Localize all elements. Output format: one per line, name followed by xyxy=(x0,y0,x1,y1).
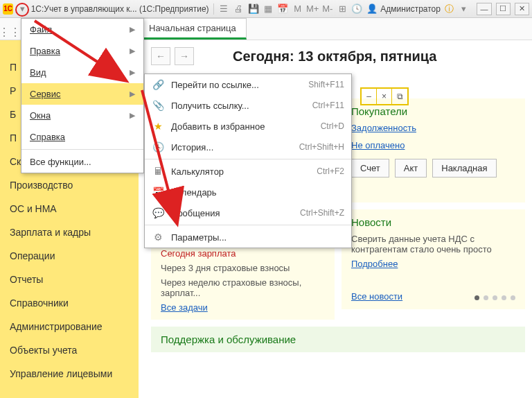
act-button[interactable]: Акт xyxy=(395,159,427,178)
info-icon[interactable]: ⓘ xyxy=(443,3,455,15)
calendar-icon: 📅 xyxy=(152,187,164,198)
user-label: Администратор xyxy=(380,4,441,14)
submenu-parameters[interactable]: ⚙Параметры... xyxy=(145,227,351,248)
sidebar-item[interactable]: Администрирование xyxy=(0,315,139,338)
news-all-link[interactable]: Все новости xyxy=(351,291,402,302)
sidebar-item[interactable]: Операции xyxy=(0,244,139,268)
submenu-messages[interactable]: 💬СообщенияCtrl+Shift+Z xyxy=(145,202,351,223)
maximize-button[interactable]: ☐ xyxy=(496,3,511,15)
page-title: Сегодня: 13 октября, пятница xyxy=(233,49,436,64)
messages-icon: 💬 xyxy=(152,207,164,218)
star-icon: ★ xyxy=(152,121,164,132)
table-icon[interactable]: ▦ xyxy=(262,3,274,15)
nav-back-button[interactable]: ← xyxy=(151,47,170,65)
m-minus-icon[interactable]: M- xyxy=(321,3,333,15)
dropdown-icon[interactable]: ▾ xyxy=(458,3,470,15)
app-icon[interactable]: 1C xyxy=(3,3,13,15)
submenu-goto-link[interactable]: 🔗Перейти по ссылке...Shift+F11 xyxy=(145,74,351,95)
support-panel: Поддержка и обслуживание xyxy=(151,327,525,352)
window-title: 1С:Учет в управляющих к... (1С:Предприят… xyxy=(31,4,209,14)
tasks-in3: Через 3 дня страховые взносы xyxy=(161,263,325,273)
filter-dash-button[interactable]: – xyxy=(362,89,377,104)
filter-bar: – × ⧉ xyxy=(360,87,409,105)
menu-dropdown-icon[interactable]: ▾ xyxy=(16,3,28,15)
sidebar-item[interactable]: ОС и НМА xyxy=(0,197,139,220)
user-icon[interactable]: 👤 xyxy=(366,3,378,15)
invoice-button[interactable]: Накладная xyxy=(432,159,496,178)
titlebar: 1C ▾ 1С:Учет в управляющих к... (1С:Пред… xyxy=(0,0,532,18)
bill-button[interactable]: Счет xyxy=(351,159,389,178)
main-menu: Файл▶ Правка▶ Вид▶ Сервис▶ Окна▶ Справка… xyxy=(21,18,144,173)
sidebar-item[interactable]: Объекты учета xyxy=(0,338,139,362)
gear-icon: ⚙ xyxy=(152,232,164,243)
toolbar-icon[interactable]: ☰ xyxy=(218,3,230,15)
history-icon: 🕓 xyxy=(152,141,164,153)
buyers-unpaid-link[interactable]: Не оплачено xyxy=(351,140,515,150)
nav-forward-button[interactable]: → xyxy=(175,47,194,65)
menu-edit[interactable]: Правка▶ xyxy=(21,40,143,62)
m-plus-icon[interactable]: M+ xyxy=(306,3,319,15)
save-icon[interactable]: 💾 xyxy=(247,3,259,15)
close-button[interactable]: ✕ xyxy=(515,3,529,15)
tab-start-page[interactable]: Начальная страница xyxy=(139,18,247,40)
zoom-icon[interactable]: ⊞ xyxy=(337,3,348,15)
m-icon[interactable]: M xyxy=(292,3,303,15)
service-submenu: 🔗Перейти по ссылке...Shift+F11 📎Получить… xyxy=(144,73,352,248)
tasks-today: Сегодня зарплата xyxy=(161,248,325,259)
menu-view[interactable]: Вид▶ xyxy=(21,62,143,83)
menu-windows[interactable]: Окна▶ xyxy=(21,105,143,126)
menu-all-functions[interactable]: Все функции... xyxy=(21,151,143,173)
news-more-link[interactable]: Подробнее xyxy=(351,259,515,269)
clip-icon: 📎 xyxy=(152,100,164,111)
news-panel: Новости Сверить данные учета НДС с контр… xyxy=(342,209,525,309)
sidebar-item[interactable]: Зарплата и кадры xyxy=(0,220,139,244)
clock-icon[interactable]: 🕓 xyxy=(351,3,363,15)
news-pagination[interactable] xyxy=(475,295,515,300)
filter-close-button[interactable]: × xyxy=(377,89,392,104)
menu-file[interactable]: Файл▶ xyxy=(21,19,143,40)
sidebar-item[interactable]: Отчеты xyxy=(0,268,139,291)
sidebar-item[interactable]: Управление лицевыми xyxy=(0,362,139,386)
news-title: Новости xyxy=(351,216,515,228)
print-icon[interactable]: 🖨 xyxy=(233,3,245,15)
news-body: Сверить данные учета НДС с контрагентам … xyxy=(351,234,515,254)
tasks-all-link[interactable]: Все задачи xyxy=(161,302,325,313)
submenu-get-link[interactable]: 📎Получить ссылку...Ctrl+F11 xyxy=(145,95,351,116)
submenu-calendar[interactable]: 📅Календарь xyxy=(145,182,351,202)
filter-expand-button[interactable]: ⧉ xyxy=(392,89,407,104)
calculator-icon: 🖩 xyxy=(152,166,164,177)
minimize-button[interactable]: — xyxy=(477,3,491,15)
submenu-calculator[interactable]: 🖩КалькуляторCtrl+F2 xyxy=(145,161,351,182)
menu-service[interactable]: Сервис▶ xyxy=(21,83,143,105)
buyers-title: Покупатели xyxy=(351,105,515,117)
sidebar-item[interactable]: Справочники xyxy=(0,291,139,315)
link-icon: 🔗 xyxy=(152,79,164,90)
sidebar-item[interactable]: Производство xyxy=(0,173,139,197)
buyers-panel: Покупатели Задолженность Не оплачено Сче… xyxy=(342,98,525,202)
submenu-favorite[interactable]: ★Добавить в избранноеCtrl+D xyxy=(145,116,351,137)
menu-help[interactable]: Справка xyxy=(21,126,143,148)
calendar-icon[interactable]: 📅 xyxy=(277,3,289,15)
submenu-history[interactable]: 🕓История...Ctrl+Shift+H xyxy=(145,137,351,157)
tasks-inweek: Через неделю страховые взносы, зарплат..… xyxy=(161,277,325,298)
buyers-debt-link[interactable]: Задолженность xyxy=(351,123,515,133)
